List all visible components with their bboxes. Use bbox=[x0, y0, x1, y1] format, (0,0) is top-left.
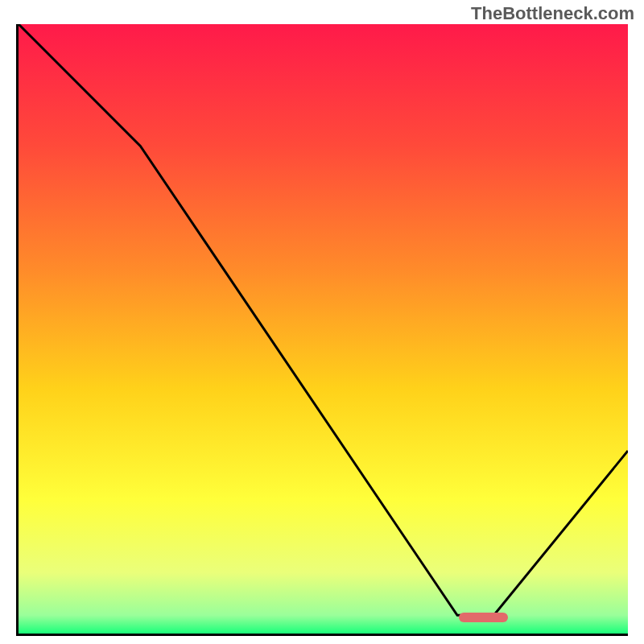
chart-plot-area bbox=[16, 24, 628, 636]
watermark-text: TheBottleneck.com bbox=[471, 3, 634, 24]
gradient-background bbox=[19, 24, 628, 634]
svg-rect-0 bbox=[19, 24, 628, 634]
optimal-marker bbox=[459, 613, 508, 622]
